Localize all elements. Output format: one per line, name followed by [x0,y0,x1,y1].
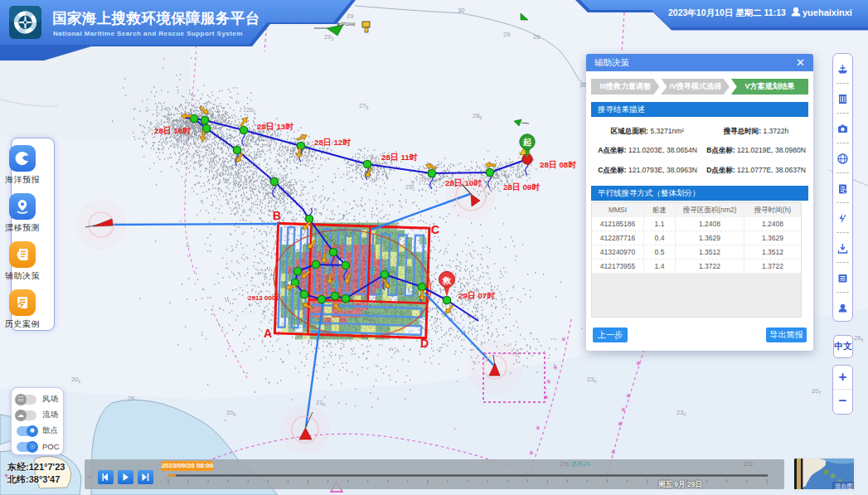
svg-text:起: 起 [522,138,532,147]
svg-text:National Maritime Search and R: National Maritime Search and Rescue Supp… [53,30,243,37]
svg-text:28日 12时: 28日 12时 [314,138,351,147]
svg-text:28日 09时: 28日 09时 [503,182,540,192]
svg-text:28日 16时: 28日 16时 [154,126,191,135]
svg-text:✳: ✳ [529,449,535,457]
svg-text:B: B [273,209,281,222]
svg-text:28日 08时: 28日 08时 [540,160,576,169]
svg-text:2913 0001: 2913 0001 [248,294,279,302]
svg-text:28日 13时: 28日 13时 [257,122,293,131]
svg-text:✳: ✳ [553,364,559,371]
svg-text:28日 11时: 28日 11时 [381,153,418,162]
svg-text:✳: ✳ [544,394,550,401]
svg-text:A: A [264,327,272,340]
svg-text:29日 07时: 29日 07时 [458,291,495,300]
svg-text:✳: ✳ [546,378,552,386]
svg-text:✳: ✳ [611,449,617,456]
svg-text:✳: ✳ [636,360,642,367]
svg-text:✳: ✳ [536,425,541,432]
svg-text:C: C [431,223,439,236]
svg-text:2023年10月10日 星期二 11:13: 2023年10月10日 星期二 11:13 [668,7,786,17]
svg-text:✳: ✳ [618,420,623,428]
svg-text:✳: ✳ [621,406,627,414]
svg-text:混合图: 混合图 [835,483,854,490]
svg-text:✳: ✳ [561,336,567,343]
svg-text:✳: ✳ [626,392,632,400]
svg-text:D: D [420,337,429,350]
svg-text:国家海上搜救环境保障服务平台: 国家海上搜救环境保障服务平台 [52,10,260,27]
svg-text:救: 救 [442,276,452,285]
svg-text:yuehaixinxi: yuehaixinxi [803,7,852,17]
svg-text:26: 26 [128,395,134,402]
